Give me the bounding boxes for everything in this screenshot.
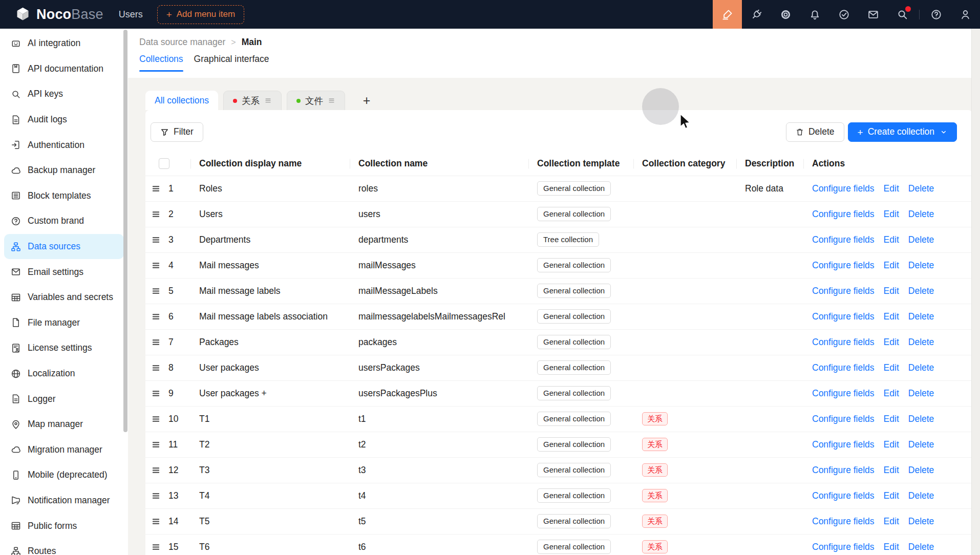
- action-delete-link[interactable]: Delete: [908, 311, 934, 322]
- action-configure-fields-link[interactable]: Configure fields: [812, 490, 875, 501]
- action-configure-fields-link[interactable]: Configure fields: [812, 414, 875, 424]
- sidebar-item-data-sources[interactable]: Data sources: [4, 234, 124, 260]
- action-edit-link[interactable]: Edit: [884, 260, 899, 270]
- drag-handle-icon[interactable]: [151, 414, 161, 424]
- nocobase-logo[interactable]: NocoBase: [14, 6, 103, 23]
- nav-notifications-button[interactable]: [800, 0, 829, 29]
- nav-menu-users[interactable]: Users: [119, 9, 143, 20]
- action-delete-link[interactable]: Delete: [908, 414, 934, 424]
- action-edit-link[interactable]: Edit: [884, 465, 899, 475]
- drag-handle-icon[interactable]: [151, 312, 161, 322]
- add-category-button[interactable]: +: [358, 91, 375, 110]
- create-collection-button[interactable]: + Create collection: [848, 122, 957, 142]
- action-configure-fields-link[interactable]: Configure fields: [812, 388, 875, 398]
- drag-handle-icon[interactable]: [151, 491, 161, 501]
- action-edit-link[interactable]: Edit: [884, 388, 899, 398]
- select-all-checkbox[interactable]: [159, 158, 169, 169]
- drag-handle-icon[interactable]: [151, 337, 161, 347]
- sidebar-item-email-settings[interactable]: Email settings: [4, 259, 124, 285]
- nav-settings-center-button[interactable]: [771, 0, 800, 29]
- sidebar-item-localization[interactable]: Localization: [4, 361, 124, 387]
- drag-handle-icon[interactable]: [151, 465, 161, 475]
- action-configure-fields-link[interactable]: Configure fields: [812, 260, 875, 270]
- drag-handle-icon[interactable]: [151, 184, 161, 194]
- tab-collections[interactable]: Collections: [139, 54, 183, 72]
- drag-handle-icon[interactable]: [151, 261, 161, 270]
- sidebar-scrollbar[interactable]: [123, 30, 127, 554]
- drag-handle-icon[interactable]: [151, 363, 161, 373]
- delete-button[interactable]: Delete: [786, 122, 844, 142]
- page-scrollbar[interactable]: [971, 29, 980, 555]
- action-delete-link[interactable]: Delete: [908, 490, 934, 501]
- action-delete-link[interactable]: Delete: [908, 439, 934, 450]
- action-configure-fields-link[interactable]: Configure fields: [812, 362, 875, 373]
- action-edit-link[interactable]: Edit: [884, 209, 899, 219]
- action-edit-link[interactable]: Edit: [884, 414, 899, 424]
- action-delete-link[interactable]: Delete: [908, 516, 934, 526]
- filter-button[interactable]: Filter: [151, 122, 203, 142]
- tab-menu-icon[interactable]: [328, 97, 335, 104]
- action-edit-link[interactable]: Edit: [884, 234, 899, 245]
- action-configure-fields-link[interactable]: Configure fields: [812, 209, 875, 219]
- action-edit-link[interactable]: Edit: [884, 183, 899, 194]
- add-menu-item-button[interactable]: + Add menu item: [157, 5, 244, 24]
- sidebar-item-map-manager[interactable]: Map manager: [4, 412, 124, 437]
- collection-tab-文件[interactable]: 文件: [287, 91, 345, 110]
- collection-tab-关系[interactable]: 关系: [223, 91, 282, 110]
- action-edit-link[interactable]: Edit: [884, 362, 899, 373]
- action-delete-link[interactable]: Delete: [908, 388, 934, 398]
- action-configure-fields-link[interactable]: Configure fields: [812, 465, 875, 475]
- sidebar-item-authentication[interactable]: Authentication: [4, 132, 124, 158]
- drag-handle-icon[interactable]: [151, 389, 161, 398]
- tab-graphical-interface[interactable]: Graphical interface: [194, 54, 269, 72]
- sidebar-item-block-templates[interactable]: Block templates: [4, 183, 124, 209]
- action-edit-link[interactable]: Edit: [884, 337, 899, 347]
- action-configure-fields-link[interactable]: Configure fields: [812, 439, 875, 450]
- sidebar-item-backup-manager[interactable]: Backup manager: [4, 158, 124, 183]
- drag-handle-icon[interactable]: [151, 440, 161, 450]
- sidebar-item-logger[interactable]: Logger: [4, 386, 124, 412]
- sidebar-item-license-settings[interactable]: License settings: [4, 335, 124, 361]
- sidebar-item-api-keys[interactable]: API keys: [4, 81, 124, 107]
- action-delete-link[interactable]: Delete: [908, 209, 934, 219]
- drag-handle-icon[interactable]: [151, 209, 161, 219]
- action-edit-link[interactable]: Edit: [884, 490, 899, 501]
- action-delete-link[interactable]: Delete: [908, 337, 934, 347]
- nav-user-profile-button[interactable]: [951, 0, 980, 29]
- nav-ui-editor-button[interactable]: [713, 0, 742, 29]
- sidebar-item-audit-logs[interactable]: Audit logs: [4, 107, 124, 133]
- action-configure-fields-link[interactable]: Configure fields: [812, 286, 875, 296]
- nav-messages-button[interactable]: [859, 0, 888, 29]
- sidebar-item-notification-manager[interactable]: Notification manager: [4, 488, 124, 514]
- drag-handle-icon[interactable]: [151, 235, 161, 245]
- drag-handle-icon[interactable]: [151, 286, 161, 296]
- action-delete-link[interactable]: Delete: [908, 286, 934, 296]
- sidebar-item-routes[interactable]: Routes: [4, 539, 124, 555]
- sidebar-scrollbar-thumb[interactable]: [123, 30, 127, 432]
- nav-help-button[interactable]: [922, 0, 951, 29]
- breadcrumb-parent[interactable]: Data source manager: [139, 37, 225, 48]
- sidebar-item-custom-brand[interactable]: Custom brand: [4, 208, 124, 234]
- sidebar-item-variables-and-secrets[interactable]: Variables and secrets: [4, 285, 124, 310]
- action-delete-link[interactable]: Delete: [908, 183, 934, 194]
- nav-plugin-manager-button[interactable]: [742, 0, 771, 29]
- action-edit-link[interactable]: Edit: [884, 542, 899, 552]
- collection-tab-all-collections[interactable]: All collections: [145, 91, 218, 110]
- sidebar-item-file-manager[interactable]: File manager: [4, 310, 124, 336]
- drag-handle-icon[interactable]: [151, 517, 161, 526]
- action-edit-link[interactable]: Edit: [884, 286, 899, 296]
- action-edit-link[interactable]: Edit: [884, 516, 899, 526]
- sidebar-item-mobile-deprecated[interactable]: Mobile (deprecated): [4, 462, 124, 488]
- action-edit-link[interactable]: Edit: [884, 439, 899, 450]
- action-configure-fields-link[interactable]: Configure fields: [812, 337, 875, 347]
- action-delete-link[interactable]: Delete: [908, 260, 934, 270]
- sidebar-item-migration-manager[interactable]: Migration manager: [4, 437, 124, 463]
- action-configure-fields-link[interactable]: Configure fields: [812, 311, 875, 322]
- sidebar-item-ai-integration[interactable]: AI integration: [4, 31, 124, 56]
- action-delete-link[interactable]: Delete: [908, 542, 934, 552]
- action-configure-fields-link[interactable]: Configure fields: [812, 516, 875, 526]
- drag-handle-icon[interactable]: [151, 542, 161, 552]
- action-edit-link[interactable]: Edit: [884, 311, 899, 322]
- action-delete-link[interactable]: Delete: [908, 362, 934, 373]
- sidebar-item-api-documentation[interactable]: API documentation: [4, 56, 124, 82]
